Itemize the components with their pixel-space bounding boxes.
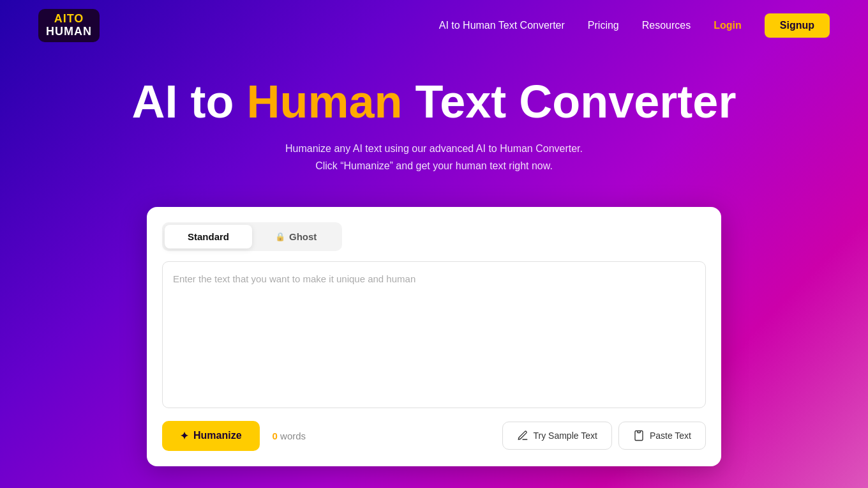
tab-standard[interactable]: Standard xyxy=(165,225,252,248)
nav-links: AI to Human Text Converter Pricing Resou… xyxy=(439,13,830,38)
nav-login-link[interactable]: Login xyxy=(714,20,742,31)
hero-subtitle: Humanize any AI text using our advanced … xyxy=(13,140,855,174)
tab-ghost[interactable]: 🔒 Ghost xyxy=(252,225,340,248)
paste-text-button[interactable]: Paste Text xyxy=(618,422,706,450)
tab-ghost-label: Ghost xyxy=(289,231,317,242)
tab-standard-label: Standard xyxy=(188,231,229,242)
words-label: words xyxy=(280,431,306,441)
hero-subtitle-line2: Click “Humanize” and get your human text… xyxy=(315,160,553,171)
hero-subtitle-line1: Humanize any AI text using our advanced … xyxy=(285,143,583,154)
nav-converter-link[interactable]: AI to Human Text Converter xyxy=(439,20,565,31)
lock-icon: 🔒 xyxy=(275,232,285,241)
logo-line2: HUMAN xyxy=(46,26,92,38)
main-card: Standard 🔒 Ghost ✦ Humanize 0 words xyxy=(147,207,721,466)
svg-rect-0 xyxy=(638,431,641,433)
paste-text-label: Paste Text xyxy=(650,431,691,441)
sparkle-icon: ✦ xyxy=(180,430,188,442)
navbar: AITO HUMAN AI to Human Text Converter Pr… xyxy=(0,0,868,51)
try-sample-button[interactable]: Try Sample Text xyxy=(502,422,612,450)
humanize-label: Humanize xyxy=(193,430,242,441)
word-count: 0 words xyxy=(273,431,306,441)
sample-icon xyxy=(517,430,528,441)
logo-line1: AITO xyxy=(54,13,84,26)
nav-resources-link[interactable]: Resources xyxy=(642,20,691,31)
hero-title-highlight: Human xyxy=(247,76,403,127)
left-controls: ✦ Humanize 0 words xyxy=(162,421,306,451)
tab-group: Standard 🔒 Ghost xyxy=(162,222,342,251)
word-count-number: 0 xyxy=(273,431,278,441)
right-controls: Try Sample Text Paste Text xyxy=(502,422,707,450)
hero-title-part1: AI to xyxy=(132,76,247,127)
paste-icon xyxy=(633,430,645,441)
hero-title-part2: Text Converter xyxy=(403,76,737,127)
bottom-bar: ✦ Humanize 0 words Try Sample Text xyxy=(162,421,706,451)
logo[interactable]: AITO HUMAN xyxy=(38,9,100,42)
hero-title: AI to Human Text Converter xyxy=(13,77,855,127)
try-sample-label: Try Sample Text xyxy=(534,431,597,441)
nav-pricing-link[interactable]: Pricing xyxy=(588,20,619,31)
nav-signup-button[interactable]: Signup xyxy=(765,13,830,38)
humanize-button[interactable]: ✦ Humanize xyxy=(162,421,260,451)
text-input[interactable] xyxy=(162,261,706,408)
hero-section: AI to Human Text Converter Humanize any … xyxy=(0,51,868,194)
